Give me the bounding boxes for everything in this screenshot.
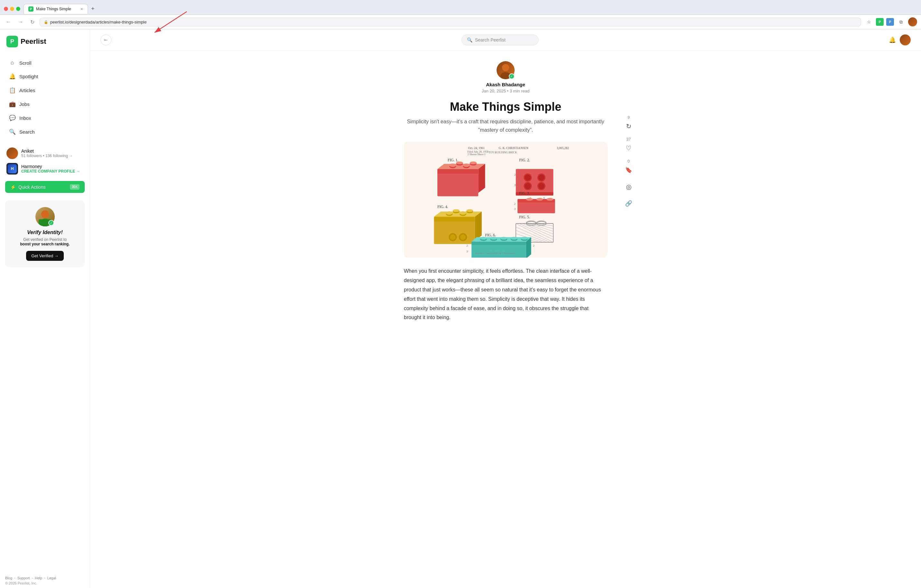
sidebar-label-spotlight: Spotlight: [20, 74, 38, 79]
bookmark-action: 0 🔖: [623, 159, 635, 176]
svg-point-69: [460, 235, 465, 240]
back-button[interactable]: ←: [101, 34, 111, 46]
footer-dot-1: •: [14, 576, 15, 580]
svg-text:FIG. 2.: FIG. 2.: [519, 158, 530, 163]
svg-rect-89: [472, 244, 526, 257]
profile-item-aniket[interactable]: Aniket 51 followers • 136 following →: [5, 148, 85, 159]
extensions-menu-icon[interactable]: ⧉: [897, 17, 906, 26]
sidebar-item-inbox[interactable]: 💬 Inbox: [5, 111, 85, 125]
author-avatar-wrap[interactable]: ✓: [496, 61, 514, 79]
verify-desc: Get verified on Peerlist to boost your s…: [10, 237, 80, 246]
verify-title: Verify Identity!: [10, 230, 80, 235]
sidebar-footer: Blog • Support • Help • Legal © 2025 Pee…: [5, 573, 85, 585]
svg-point-48: [536, 198, 543, 200]
create-company-profile-link[interactable]: CREATE COMPANY PROFILE →: [21, 169, 80, 174]
sidebar-item-jobs[interactable]: 💼 Jobs: [5, 98, 85, 111]
footer-support-link[interactable]: Support: [17, 576, 30, 580]
traffic-light-yellow[interactable]: [10, 7, 14, 11]
svg-text:FIG. 5.: FIG. 5.: [519, 215, 530, 220]
active-tab[interactable]: P Make Things Simple ×: [23, 4, 88, 14]
back-navigation-button[interactable]: ←: [4, 18, 13, 26]
sidebar-item-spotlight[interactable]: 🔔 Spotlight: [5, 70, 85, 83]
like-count: 37: [626, 137, 631, 142]
svg-text:FIG. 4.: FIG. 4.: [437, 205, 448, 209]
user-avatar[interactable]: [900, 34, 911, 46]
svg-point-65: [466, 209, 473, 212]
svg-point-20: [449, 164, 456, 167]
logo-icon: P: [7, 36, 18, 47]
svg-point-35: [525, 183, 531, 189]
lego-patent-svg: Oct. 24, 1961 G. K. CHRISTIANSEN 3,005,2…: [404, 142, 607, 257]
svg-rect-55: [434, 217, 475, 222]
article-topbar: ← 🔍 Search Peerlist 🔔: [90, 29, 921, 51]
jobs-icon: 💼: [9, 101, 15, 108]
copy-link-button[interactable]: 🔗: [623, 198, 635, 209]
bookmark-count: 0: [628, 159, 630, 164]
footer-blog-link[interactable]: Blog: [5, 576, 12, 580]
svg-text:FIG. 6.: FIG. 6.: [485, 233, 496, 238]
article-subtitle: Simplicity isn't easy—it's a craft that …: [404, 117, 607, 134]
sidebar-label-articles: Articles: [20, 88, 35, 93]
svg-text:3: 3: [514, 183, 516, 187]
extension-peerlist-icon[interactable]: P: [876, 18, 884, 26]
traffic-light-green[interactable]: [16, 7, 20, 11]
sidebar-label-scroll: Scroll: [20, 60, 32, 66]
aniket-meta: 51 followers • 136 following →: [21, 154, 73, 158]
new-tab-button[interactable]: +: [88, 3, 98, 15]
copy-link-action: 🔗: [623, 198, 635, 209]
svg-text:Oct. 24, 1961: Oct. 24, 1961: [468, 147, 485, 150]
scan-button[interactable]: ◎: [623, 181, 635, 192]
quick-actions-icon: ⚡: [10, 184, 16, 190]
address-bar[interactable]: 🔒 peerlist.io/designerdada/articles/make…: [40, 18, 861, 26]
bookmark-button[interactable]: 🔖: [623, 164, 635, 176]
svg-point-37: [539, 183, 545, 189]
svg-point-46: [526, 198, 533, 200]
sidebar-item-search[interactable]: 🔍 Search: [5, 125, 85, 138]
get-verified-button[interactable]: Get Verified →: [26, 251, 64, 261]
forward-navigation-button[interactable]: →: [16, 18, 25, 26]
svg-point-98: [500, 237, 507, 239]
search-bar[interactable]: 🔍 Search Peerlist: [462, 34, 539, 46]
footer-legal-link[interactable]: Legal: [47, 576, 56, 580]
repost-button[interactable]: ↻: [623, 121, 635, 132]
traffic-light-red[interactable]: [4, 7, 8, 11]
extension-icon-2[interactable]: P: [886, 18, 894, 26]
refresh-button[interactable]: ↻: [28, 18, 36, 26]
sidebar-item-articles[interactable]: 📋 Articles: [5, 84, 85, 97]
svg-point-33: [539, 174, 545, 181]
sidebar-profiles: Aniket 51 followers • 136 following → H …: [5, 148, 85, 174]
search-bar-placeholder: Search Peerlist: [475, 37, 506, 42]
sidebar-logo[interactable]: P Peerlist: [5, 36, 85, 47]
tab-favicon: P: [28, 7, 34, 11]
like-button[interactable]: ♡: [623, 142, 635, 154]
svg-text:2: 2: [514, 173, 516, 176]
spotlight-icon: 🔔: [9, 73, 15, 80]
get-verified-label: Get Verified →: [31, 253, 59, 258]
repost-action: 9 ↻: [623, 115, 635, 132]
lock-icon: 🔒: [44, 20, 48, 24]
quick-actions-button[interactable]: ⚡ Quick Actions ⌘K: [5, 181, 85, 193]
svg-text:Inventor: Godtfred Kirk Christ: Inventor: Godtfred Kirk Christiansen: [475, 252, 516, 255]
bookmark-icon[interactable]: ☆: [864, 17, 873, 26]
home-icon: ⌂: [9, 60, 15, 66]
svg-point-50: [547, 198, 553, 200]
footer-help-link[interactable]: Help: [35, 576, 42, 580]
browser-user-avatar[interactable]: [908, 17, 917, 26]
articles-icon: 📋: [9, 87, 15, 94]
harmoney-avatar: H: [7, 163, 18, 174]
close-tab-button[interactable]: ×: [80, 7, 83, 11]
author-verified-badge: ✓: [509, 73, 514, 79]
sidebar-item-scroll[interactable]: ⌂ Scroll: [5, 56, 85, 69]
svg-point-2: [41, 210, 49, 218]
svg-text:2: 2: [533, 244, 535, 247]
svg-point-61: [459, 211, 466, 215]
svg-point-94: [480, 237, 487, 239]
notification-bell-icon[interactable]: 🔔: [889, 36, 896, 44]
profile-item-harmoney[interactable]: H Harmoney CREATE COMPANY PROFILE →: [5, 163, 85, 174]
search-nav-icon: 🔍: [9, 129, 15, 135]
svg-marker-18: [478, 164, 485, 193]
svg-point-96: [490, 237, 497, 239]
svg-text:FIG. 1.: FIG. 1.: [447, 158, 458, 163]
footer-dot-3: •: [44, 576, 46, 580]
svg-text:2: 2: [514, 202, 516, 205]
